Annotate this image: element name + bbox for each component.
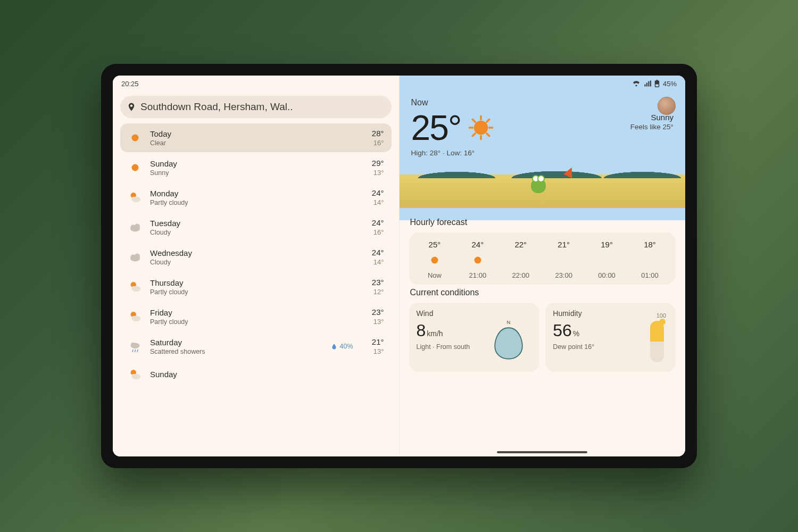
raindrop-icon	[331, 343, 337, 350]
hour-col: 24° 21:00	[457, 240, 498, 279]
statusbar-time: 20:25	[121, 80, 139, 88]
day-low: 13°	[373, 347, 384, 355]
now-label: Now	[411, 98, 674, 107]
partly-icon	[128, 190, 143, 205]
day-high: 21°	[372, 337, 384, 346]
current-weather: Now 25° Sunny Feels like 25° High: 28° ·…	[400, 93, 685, 157]
day-high: 28°	[372, 129, 384, 138]
day-row-friday[interactable]: Friday Partly cloudy 23° 13°	[120, 302, 392, 331]
day-row-sunday[interactable]: Sunday Sunny 29° 13°	[120, 153, 392, 182]
sun-icon	[128, 160, 143, 175]
partly-icon	[128, 279, 143, 294]
cloud-icon	[128, 220, 143, 235]
current-high-low: High: 28° · Low: 16°	[411, 149, 674, 157]
navigation-handle[interactable]	[497, 451, 587, 453]
day-condition: Cloudy	[150, 259, 323, 266]
day-name: Sunday	[150, 370, 323, 379]
partly-icon	[128, 367, 143, 382]
day-name: Sunday	[150, 159, 323, 168]
svg-point-7	[135, 224, 140, 229]
day-name: Tuesday	[150, 219, 323, 228]
svg-point-34	[431, 257, 438, 264]
svg-line-20	[135, 350, 135, 352]
humidity-label: Humidity	[553, 309, 668, 318]
day-condition: Clear	[150, 139, 323, 147]
hour-time: 21:00	[469, 271, 487, 279]
compass-icon: N	[486, 319, 531, 364]
day-high: 23°	[372, 307, 384, 317]
svg-point-24	[132, 374, 136, 378]
day-row-monday[interactable]: Monday Partly cloudy 24° 14°	[120, 183, 392, 212]
day-name: Saturday	[150, 338, 323, 347]
wind-unit: km/h	[427, 329, 443, 338]
account-avatar[interactable]	[658, 97, 676, 115]
day-condition: Scattered showers	[150, 348, 323, 355]
svg-line-21	[137, 350, 138, 352]
day-low: 16°	[373, 139, 384, 147]
moon-icon	[557, 253, 571, 267]
day-low: 12°	[373, 288, 384, 296]
weather-illustration	[400, 160, 685, 208]
svg-point-13	[132, 286, 136, 290]
hourly-forecast-card[interactable]: 25° Now 24° 21:00 22° 22:00 21° 23:00 19…	[409, 232, 676, 285]
partly-icon	[128, 309, 143, 324]
battery-icon	[654, 80, 660, 87]
svg-point-35	[474, 257, 481, 264]
day-low: 13°	[373, 169, 384, 177]
signal-icon	[644, 80, 651, 87]
day-high: 24°	[372, 248, 384, 257]
wind-card[interactable]: Wind 8 km/h Light · From south N	[409, 303, 539, 372]
hour-col: 25° Now	[414, 240, 455, 279]
hour-col: 18° 01:00	[629, 240, 671, 279]
day-row-wednesday[interactable]: Wednesday Cloudy 24° 14°	[120, 243, 392, 271]
location-pin-icon	[127, 102, 136, 112]
humidity-unit: %	[573, 329, 579, 338]
humidity-value: 56	[553, 321, 572, 340]
day-high: 24°	[372, 188, 384, 197]
precip-chance: 40%	[331, 343, 353, 350]
sun-icon	[468, 115, 494, 140]
day-name: Monday	[150, 189, 323, 198]
day-name: Today	[150, 129, 323, 138]
day-condition: Sunny	[150, 169, 323, 177]
svg-point-4	[132, 197, 136, 201]
svg-point-0	[132, 135, 139, 142]
day-low: 14°	[373, 258, 384, 266]
day-row-saturday[interactable]: Saturday Scattered showers 40% 21° 13°	[120, 332, 392, 361]
location-selector[interactable]: Southdown Road, Hersham, Wal..	[120, 96, 392, 118]
svg-point-1	[132, 164, 139, 171]
location-text: Southdown Road, Hersham, Wal..	[140, 101, 293, 113]
frog-mascot	[531, 178, 546, 193]
svg-line-19	[132, 350, 133, 352]
day-condition: Partly cloudy	[150, 199, 323, 206]
device-frame: 20:25 45% Southdown Road, Hersham, Wal..…	[101, 64, 697, 468]
hourly-section-title: Hourly forecast	[410, 218, 675, 227]
svg-line-30	[473, 119, 476, 122]
detail-pane: Now 25° Sunny Feels like 25° High: 28° ·…	[400, 76, 685, 456]
screen: 20:25 45% Southdown Road, Hersham, Wal..…	[113, 76, 685, 456]
svg-text:N: N	[507, 319, 511, 325]
svg-point-16	[132, 316, 136, 320]
day-high: 29°	[372, 159, 384, 168]
humidity-card[interactable]: Humidity 56 % Dew point 16° 100	[545, 303, 676, 372]
wifi-icon	[632, 80, 641, 87]
day-row-sunday[interactable]: Sunday	[120, 362, 392, 387]
daily-forecast-list[interactable]: Today Clear 28° 16° Sunday Sunny 29° 13°…	[120, 123, 392, 451]
day-low: 14°	[373, 198, 384, 206]
day-row-today[interactable]: Today Clear 28° 16°	[120, 123, 392, 152]
rain-icon	[128, 339, 143, 354]
day-row-tuesday[interactable]: Tuesday Cloudy 24° 16°	[120, 213, 392, 242]
forecast-list-pane: Southdown Road, Hersham, Wal.. Today Cle…	[113, 76, 399, 456]
wind-value: 8	[417, 321, 426, 340]
hour-temp: 21°	[558, 240, 570, 249]
day-row-thursday[interactable]: Thursday Partly cloudy 23° 12°	[120, 272, 392, 301]
day-low: 13°	[373, 318, 384, 326]
day-condition: Cloudy	[150, 229, 323, 236]
hour-temp: 22°	[514, 240, 527, 249]
sun-icon	[428, 253, 442, 267]
svg-point-10	[135, 254, 140, 259]
day-name: Thursday	[150, 278, 323, 287]
hour-time: Now	[428, 271, 442, 279]
hour-time: 01:00	[641, 271, 659, 279]
sun-icon	[128, 130, 143, 145]
